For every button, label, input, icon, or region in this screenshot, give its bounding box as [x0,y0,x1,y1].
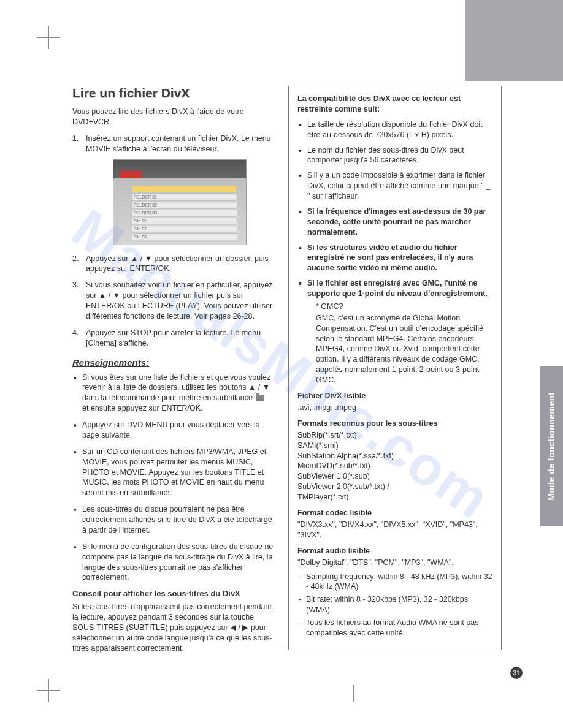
audio-sub-item: Sampling frequency: within 8 - 48 kHz (M… [297,572,492,593]
screenshot-row: FOLDER 01 [132,194,237,200]
screenshot-row: File 02 [132,226,237,232]
step-3: Si vous souhaitez voir un fichier en par… [72,280,274,322]
top-right-rail [465,0,563,81]
crop-mark-top-left [37,26,60,49]
audio-sublist: Sampling frequency: within 8 - 48 kHz (M… [297,572,492,639]
crop-mark-bottom-left [37,679,60,702]
file-list: .avi, .mpg, .mpeg [297,403,492,413]
screenshot-list: FOLDER 01 FOLDER 02 FOLDER 03 File 01 Fi… [132,186,237,241]
compat-list: La taille de résolution disponible du fi… [297,119,492,385]
intro-text: Vous pouvez lire des fichiers DivX à l'a… [72,107,274,127]
compat-item: La taille de résolution disponible du fi… [297,119,492,140]
rens-item: Si le menu de configuration des sous-tit… [72,542,274,583]
compat-item: Si le fichier est enregistré avec GMC, l… [297,278,492,385]
page-content: Lire un fichier DivX Vous pouvez lire de… [72,86,514,658]
step-4: Appuyez sur STOP pour arrêter la lecture… [72,328,274,349]
renseignements-heading: Renseignements: [72,357,274,368]
page-number: 31 [513,670,519,677]
movie-menu-screenshot: FOLDER 01 FOLDER 02 FOLDER 03 File 01 Fi… [113,159,247,245]
heading-subs: Formats reconnus pour les sous-titres [297,419,492,428]
tip-heading: Conseil pour afficher les sous-titres du… [72,589,274,598]
step-1: Insérez un support contenant un fichier … [72,134,274,245]
rens-item-text-post: et ensuite appuyez sur ENTER/OK. [82,404,203,412]
steps-list: Insérez un support contenant un fichier … [72,134,274,349]
heading-audio: Format audio lisible [297,547,492,555]
gmc-body: GMC, c'est un acronyme de Global Motion … [316,313,492,385]
compatibility-box: La compatibilité des DivX avec ce lecteu… [288,86,502,650]
rens-item: Sur un CD contenant des fichiers MP3/WMA… [72,447,274,498]
page-number-badge: 31 [510,667,523,679]
gmc-block: * GMC? GMC, c'est un acronyme de Global … [307,301,492,385]
renseignements-list: Si vous êtes sur une liste de fichiers e… [72,373,274,583]
compat-item: Le nom du fichier des sous-titres du Div… [297,145,492,166]
audio-line: "Dolby Digital", "DTS", "PCM", "MP3", "W… [297,558,492,568]
right-column: La compatibilité des DivX avec ce lecteu… [288,86,502,658]
step-2: Appuyez sur ▲ / ▼ pour sélectionner un d… [72,254,274,275]
left-column: Lire un fichier DivX Vous pouvez lire de… [72,86,274,658]
audio-sub-item: Tous les fichiers au format Audio WMA ne… [297,618,492,639]
screenshot-badge [120,171,142,178]
gmc-label: * GMC? [316,301,492,312]
subs-list: SubRip(*.srt/*.txt) SAMI(*.smi) SubStati… [297,430,492,502]
compat-item: Si les structures vidéo et audio du fich… [297,243,492,274]
side-tab-label: Mode de fonctionnement [546,392,556,501]
rens-item: Les sous-titres du disque pourraient ne … [72,504,274,536]
tip-body: Si les sous-titres n'apparaissent pas co… [72,602,274,653]
screenshot-row [132,186,237,192]
rens-item: Si vous êtes sur une liste de fichiers e… [72,373,274,414]
screenshot-row: File 03 [132,233,237,240]
rens-item: Appuyez sur DVD MENU pour vous déplacer … [72,420,274,441]
screenshot-row: FOLDER 02 [132,202,237,208]
rens-item-text-pre: Si vous êtes sur une liste de fichiers e… [82,373,270,403]
audio-sub-item: Bit rate: within 8 - 320kbps (MP3), 32 -… [297,594,492,615]
page-title: Lire un fichier DivX [72,86,274,100]
compat-item-text: Si le fichier est enregistré avec GMC, l… [307,279,488,298]
box-lead: La compatibilité des DivX avec ce lecteu… [297,94,492,115]
compat-item: S'il y a un code impossible à exprimer d… [297,170,492,202]
crop-mark-bottom-right [353,685,354,702]
compat-item: Si la fréquence d'images est au-dessus d… [297,207,492,238]
screenshot-row: File 01 [132,218,237,224]
heading-codec: Format codec lisible [297,509,492,517]
screenshot-row: FOLDER 03 [132,210,237,216]
folder-up-icon [256,395,264,401]
heading-file: Fichier DivX lisible [297,392,492,400]
step-1-text: Insérez un support contenant un fichier … [86,134,271,153]
codec-list: "DIVX3.xx", "DIVX4.xx", "DIVX5.xx", "XVI… [297,520,492,540]
side-tab: Mode de fonctionnement [540,366,563,526]
